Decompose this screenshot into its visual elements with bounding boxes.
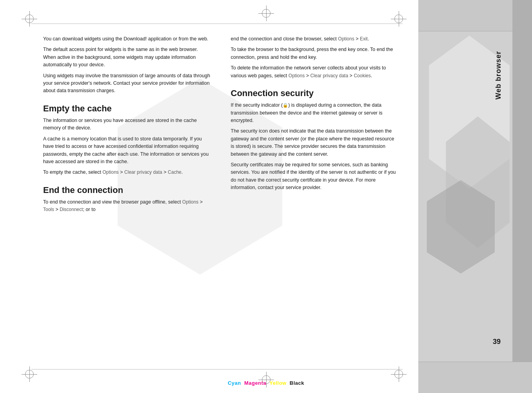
lock-icon: 🔒	[283, 103, 288, 107]
intro-para2: The default access point for widgets is …	[43, 46, 211, 69]
end-connection-gt2: >	[54, 207, 60, 212]
cmyk-separator1	[242, 380, 243, 386]
cache-cache: Cache	[168, 169, 182, 175]
section-empty-cache-heading: Empty the cache	[43, 104, 211, 114]
cmyk-separator3	[287, 380, 289, 386]
cache-suffix: .	[182, 169, 183, 175]
right-gt3: >	[348, 73, 354, 78]
end-connection-options: Options	[182, 199, 198, 205]
right-cookies: Cookies	[354, 73, 370, 78]
security-para2: The security icon does not indicate that…	[231, 127, 399, 158]
security-para1-prefix: If the security indicator (	[231, 102, 283, 108]
cmyk-yellow: Yellow	[269, 380, 286, 386]
right-para1-prefix: end the connection and close the browser…	[231, 36, 338, 42]
cmyk-black: Black	[290, 380, 304, 386]
security-para3: Security certificates may be required fo…	[231, 161, 399, 192]
section-connection-security-heading: Connection security	[231, 88, 399, 98]
intro-para1: You can download widgets using the Downl…	[43, 35, 211, 43]
cache-clear: Clear privacy data	[124, 169, 162, 175]
right-para2: To take the browser to the background, p…	[231, 46, 399, 61]
right-exit: Exit	[360, 36, 368, 42]
cmyk-cyan: Cyan	[228, 380, 241, 386]
cache-options: Options	[102, 169, 118, 175]
sidebar-title: Web browser	[494, 51, 503, 100]
cache-para3: To empty the cache, select Options > Cle…	[43, 169, 211, 176]
page-number: 39	[493, 338, 501, 346]
right-gt1: >	[354, 36, 360, 42]
cmyk-magenta: Magenta	[244, 380, 266, 386]
end-connection-para1: To end the connection and view the brows…	[43, 198, 211, 214]
right-para1: end the connection and close the browser…	[231, 35, 399, 43]
cmyk-bar: Cyan Magenta Yellow Black	[228, 380, 304, 386]
security-para1: If the security indicator (🔒) is display…	[231, 102, 399, 124]
end-connection-gt1: >	[198, 199, 203, 205]
cache-para3-prefix: To empty the cache, select	[43, 169, 102, 175]
right-para3: To delete the information the network se…	[231, 64, 399, 80]
end-connection-prefix: To end the connection and view the brows…	[43, 199, 182, 205]
right-column: end the connection and close the browser…	[231, 35, 399, 358]
right-gt2: >	[305, 73, 310, 78]
two-column-layout: You can download widgets using the Downl…	[43, 35, 399, 358]
cmyk-separator2	[267, 380, 269, 386]
cache-para2: A cache is a memory location that is use…	[43, 135, 211, 166]
sidebar-right-strip	[512, 0, 532, 393]
right-suffix1: .	[368, 36, 369, 42]
end-connection-tools: Tools	[43, 207, 54, 212]
cache-para1: The information or services you have acc…	[43, 117, 211, 132]
cache-gt2: >	[162, 169, 168, 175]
right-sidebar: Web browser 39	[418, 0, 532, 393]
page-container: You can download widgets using the Downl…	[0, 0, 532, 393]
content-area: You can download widgets using the Downl…	[0, 0, 418, 393]
right-clear: Clear privacy data	[310, 73, 348, 78]
section-end-connection-heading: End the connection	[43, 185, 211, 195]
cache-gt1: >	[119, 169, 124, 175]
left-column: You can download widgets using the Downl…	[43, 35, 211, 358]
intro-para3: Using widgets may involve the transmissi…	[43, 72, 211, 95]
end-connection-suffix: ; or to	[83, 207, 96, 212]
right-suffix3: .	[371, 73, 372, 78]
end-connection-disconnect: Disconnect	[60, 207, 83, 212]
right-options: Options	[338, 36, 354, 42]
sidebar-bottom-block	[418, 362, 532, 393]
right-options2: Options	[289, 73, 305, 78]
